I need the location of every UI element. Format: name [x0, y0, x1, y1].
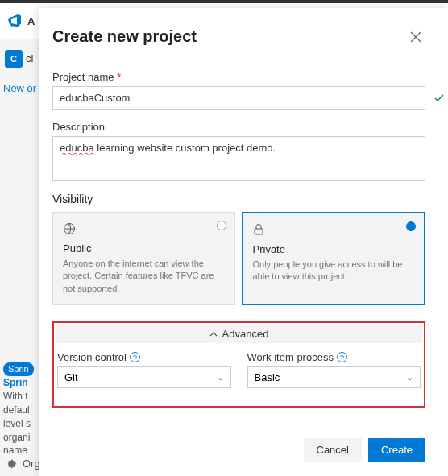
close-icon [410, 31, 421, 43]
bg-l2: defaul [3, 404, 30, 416]
chevron-down-icon: ⌄ [217, 372, 224, 383]
chevron-up-icon [209, 330, 218, 338]
bg-l5: name [3, 445, 27, 456]
bg-badge: Sprin [3, 362, 34, 376]
modal-title: Create new project [52, 27, 197, 46]
bg-org-settings: Org [6, 457, 40, 470]
globe-icon [63, 222, 225, 238]
description-label: Description [52, 121, 425, 133]
work-item-select[interactable]: Basic ⌄ [247, 366, 421, 388]
bg-l4: organi [3, 432, 30, 443]
app-initial: A [27, 15, 35, 27]
bg-l3: level s [3, 418, 31, 429]
azure-devops-logo [8, 14, 21, 27]
visibility-private-card[interactable]: Private Only people you give access to w… [242, 212, 426, 305]
lock-icon [253, 223, 415, 238]
bg-tab-text: cl [26, 52, 33, 64]
private-title: Private [253, 243, 415, 255]
create-button[interactable]: Create [368, 438, 425, 462]
bg-l1: With t [3, 391, 28, 402]
svg-rect-1 [255, 229, 263, 234]
project-name-input[interactable] [52, 86, 425, 110]
bg-heading: Sprin [3, 377, 28, 388]
visibility-public-card[interactable]: Public Anyone on the internet can view t… [52, 212, 235, 305]
project-name-label: Project name * [52, 71, 425, 83]
check-icon [433, 93, 445, 106]
bg-org-tab: C [5, 50, 23, 68]
version-control-select[interactable]: Git ⌄ [57, 366, 231, 388]
radio-icon [406, 221, 416, 231]
chevron-down-icon: ⌄ [406, 372, 413, 383]
close-button[interactable] [406, 27, 425, 47]
public-title: Public [63, 242, 225, 255]
create-project-modal: Create new project Project name * Descri… [39, 8, 448, 476]
version-control-label: Version control [57, 351, 127, 363]
advanced-toggle[interactable]: Advanced [56, 325, 422, 343]
description-textarea[interactable]: educba learning website custom project d… [52, 136, 425, 181]
private-desc: Only people you give access to will be a… [253, 259, 415, 284]
work-item-label: Work item process [247, 351, 334, 363]
advanced-section: Advanced Version control ? Git ⌄ Work it… [52, 321, 425, 408]
help-icon[interactable]: ? [337, 352, 347, 362]
radio-icon [217, 221, 226, 230]
cancel-button[interactable]: Cancel [304, 438, 362, 462]
bg-new-org-link: New or [3, 82, 36, 94]
help-icon[interactable]: ? [130, 352, 140, 362]
visibility-label: Visibility [52, 192, 425, 205]
gear-icon [6, 458, 18, 470]
public-desc: Anyone on the internet can view the proj… [63, 258, 225, 295]
